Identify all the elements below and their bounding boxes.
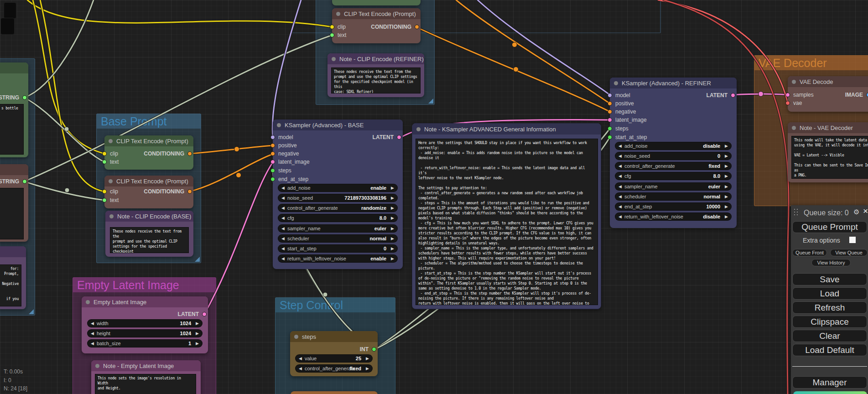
arrow-right-icon[interactable]: ▶ bbox=[725, 144, 728, 148]
note-text[interactable]: This node will take the latent data from… bbox=[791, 136, 868, 179]
widget-control-after-generate[interactable]: ◀control_after_generatefixed▶ bbox=[615, 162, 731, 170]
node-note-empty-latent[interactable]: Note - Empty Latent Image This node sets… bbox=[91, 360, 201, 394]
node-ksampler-refiner[interactable]: KSampler (Advanced) - REFINER model posi… bbox=[610, 78, 737, 228]
node-string-negative[interactable]: STRING bbox=[0, 164, 28, 242]
refresh-button[interactable]: Refresh bbox=[792, 301, 867, 314]
arrow-right-icon[interactable]: ▶ bbox=[725, 215, 728, 219]
int-slot[interactable] bbox=[270, 168, 275, 173]
conditioning-slot[interactable] bbox=[187, 151, 192, 156]
note-text[interactable]: Here are the settings that SHOULD stay i… bbox=[416, 139, 598, 305]
latent-slot[interactable] bbox=[270, 160, 275, 164]
widget-return-with-leftover-noise[interactable]: ◀return_with_leftover_noisedisable▶ bbox=[615, 213, 731, 220]
note-text[interactable]: These nodes receive the text from the pr… bbox=[110, 227, 189, 253]
widget-width[interactable]: ◀width1024▶ bbox=[88, 320, 202, 327]
prompt-text[interactable]: s bottle bbox=[0, 104, 24, 155]
node-string-positive[interactable]: STRING s bottle bbox=[0, 62, 28, 157]
group-resize-handle[interactable] bbox=[428, 98, 433, 104]
arrow-left-icon[interactable]: ◀ bbox=[281, 257, 285, 261]
arrow-left-icon[interactable]: ◀ bbox=[281, 247, 285, 251]
widget-control-after-generate[interactable]: ◀control_after_generaterandomize▶ bbox=[278, 204, 397, 212]
arrow-left-icon[interactable]: ◀ bbox=[281, 237, 285, 241]
arrow-left-icon[interactable]: ◀ bbox=[619, 195, 622, 199]
arrow-left-icon[interactable]: ◀ bbox=[281, 186, 285, 190]
node-steps-primitive[interactable]: steps INT ◀value25▶ ◀control_after_gener… bbox=[290, 331, 378, 376]
widget-scheduler[interactable]: ◀schedulernormal▶ bbox=[615, 193, 731, 200]
view-history-button[interactable]: View History bbox=[811, 259, 851, 266]
arrow-left-icon[interactable]: ◀ bbox=[619, 205, 622, 209]
widget-value[interactable]: ◀value25▶ bbox=[296, 355, 372, 362]
widget-sampler-name[interactable]: ◀sampler_nameeuler▶ bbox=[615, 183, 731, 190]
arrow-left-icon[interactable]: ◀ bbox=[91, 332, 94, 336]
widget-return-with-leftover-noise[interactable]: ◀return_with_leftover_noiseenable▶ bbox=[278, 255, 397, 262]
save-button[interactable]: Save bbox=[792, 273, 867, 285]
model-slot[interactable] bbox=[270, 135, 275, 140]
node-clip-refiner-positive-partial[interactable] bbox=[332, 0, 421, 5]
arrow-right-icon[interactable]: ▶ bbox=[725, 154, 728, 158]
int-slot[interactable] bbox=[372, 347, 376, 352]
arrow-left-icon[interactable]: ◀ bbox=[619, 144, 622, 148]
clip-slot[interactable] bbox=[102, 151, 107, 156]
arrow-left-icon[interactable]: ◀ bbox=[619, 185, 622, 189]
extra-options-checkbox[interactable] bbox=[849, 237, 856, 243]
model-slot[interactable] bbox=[608, 93, 612, 98]
latent-slot[interactable] bbox=[397, 135, 401, 140]
arrow-left-icon[interactable]: ◀ bbox=[619, 174, 622, 178]
arrow-left-icon[interactable]: ◀ bbox=[619, 164, 622, 168]
text-slot[interactable] bbox=[102, 160, 107, 164]
widget-cfg[interactable]: ◀cfg8.0▶ bbox=[615, 172, 731, 180]
queue-prompt-button[interactable]: Queue Prompt bbox=[792, 221, 867, 233]
arrow-right-icon[interactable]: ▶ bbox=[196, 332, 199, 336]
arrow-right-icon[interactable]: ▶ bbox=[725, 205, 728, 209]
node-vae-decode[interactable]: VAE Decode samples vae IMAGE bbox=[788, 76, 868, 112]
load-default-button[interactable]: Load Default bbox=[792, 344, 867, 356]
vae-slot[interactable] bbox=[785, 101, 790, 105]
arrow-right-icon[interactable]: ▶ bbox=[391, 186, 394, 190]
int-slot[interactable] bbox=[608, 126, 612, 131]
manager-button[interactable]: Manager bbox=[792, 376, 867, 389]
gear-icon[interactable]: ⚙ bbox=[853, 208, 859, 216]
widget-noise-seed[interactable]: ◀noise_seed0▶ bbox=[615, 152, 731, 160]
arrow-left-icon[interactable]: ◀ bbox=[281, 227, 285, 231]
note-text[interactable]: for: Prompt, Negative if you bbox=[0, 264, 21, 306]
widget-start-at-step[interactable]: ◀start_at_step0▶ bbox=[278, 245, 397, 252]
widget-height[interactable]: ◀height1024▶ bbox=[88, 330, 202, 337]
latent-slot[interactable] bbox=[202, 312, 207, 316]
latent-slot[interactable] bbox=[731, 93, 735, 98]
conditioning-slot[interactable] bbox=[608, 101, 612, 106]
node-note-ksampler-info[interactable]: Note - KSampler ADVANCED General Informa… bbox=[412, 123, 601, 309]
image-slot[interactable] bbox=[866, 93, 868, 97]
widget-add-noise[interactable]: ◀add_noisedisable▶ bbox=[615, 142, 731, 150]
arrow-right-icon[interactable]: ▶ bbox=[391, 216, 394, 220]
arrow-right-icon[interactable]: ▶ bbox=[196, 321, 199, 326]
group-resize-handle[interactable] bbox=[195, 257, 200, 262]
widget-cfg[interactable]: ◀cfg8.0▶ bbox=[278, 214, 397, 222]
view-queue-button[interactable]: View Queue bbox=[830, 249, 868, 256]
arrow-left-icon[interactable]: ◀ bbox=[281, 216, 285, 220]
arrow-right-icon[interactable]: ▶ bbox=[391, 196, 394, 200]
widget-noise-seed[interactable]: ◀noise_seed721897303308196▶ bbox=[278, 194, 397, 202]
int-slot[interactable] bbox=[270, 177, 275, 181]
arrow-right-icon[interactable]: ▶ bbox=[391, 237, 394, 241]
conditioning-slot[interactable] bbox=[608, 109, 612, 114]
node-clip-encode-refiner[interactable]: CLIP Text Encode (Prompt) clip text COND… bbox=[332, 8, 421, 43]
arrow-left-icon[interactable]: ◀ bbox=[91, 342, 94, 346]
string-slot[interactable] bbox=[22, 179, 27, 184]
arrow-left-icon[interactable]: ◀ bbox=[91, 321, 94, 326]
load-button[interactable]: Load bbox=[792, 287, 867, 300]
arrow-left-icon[interactable]: ◀ bbox=[619, 154, 622, 158]
node-partial-bottom[interactable] bbox=[291, 391, 378, 394]
node-note-clip-base[interactable]: Note - CLIP Encode (BASE) These nodes re… bbox=[105, 211, 193, 257]
note-text[interactable]: These nodes receive the text from the pr… bbox=[331, 67, 421, 93]
clip-slot[interactable] bbox=[330, 25, 334, 29]
clear-button[interactable]: Clear bbox=[792, 330, 867, 342]
latent-slot[interactable] bbox=[608, 118, 612, 122]
latent-slot[interactable] bbox=[785, 93, 790, 97]
arrow-left-icon[interactable]: ◀ bbox=[299, 367, 302, 371]
conditioning-slot[interactable] bbox=[187, 189, 192, 194]
arrow-left-icon[interactable]: ◀ bbox=[281, 196, 285, 200]
node-note-clip-refiner[interactable]: Note - CLIP Encode (REFINER) These nodes… bbox=[327, 53, 424, 97]
arrow-right-icon[interactable]: ▶ bbox=[725, 195, 728, 199]
arrow-left-icon[interactable]: ◀ bbox=[619, 215, 622, 219]
arrow-right-icon[interactable]: ▶ bbox=[725, 174, 728, 178]
node-note-vae-decoder[interactable]: Note - VAE Decoder This node will take t… bbox=[788, 122, 868, 182]
